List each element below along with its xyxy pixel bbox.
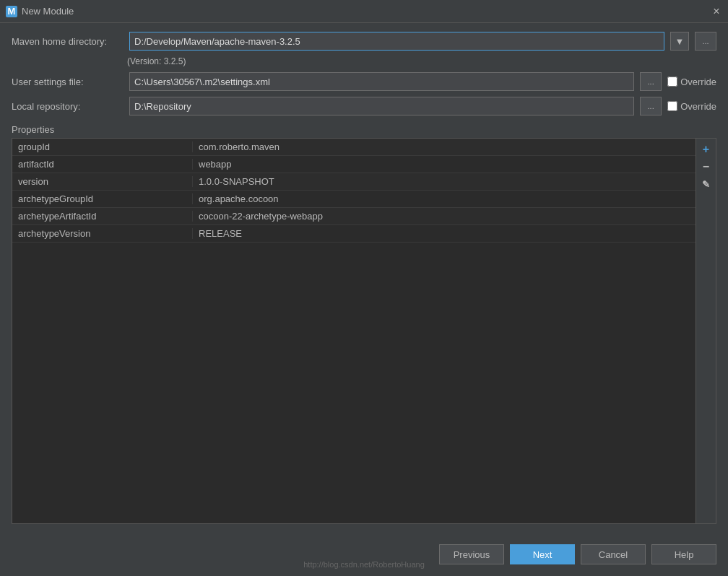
table-row[interactable]: artifactId webapp [12,156,696,173]
dialog-footer: Previous Next Cancel Help [0,533,728,576]
dialog-content: Maven home directory: ▼ ... (Version: 3.… [0,23,728,533]
maven-home-label: Maven home directory: [12,36,124,47]
dialog-title: New Module [22,6,711,17]
prop-key: artifactId [12,159,193,170]
user-settings-override-label: Override [680,77,716,87]
user-settings-label: User settings file: [12,77,124,87]
prop-key: groupId [12,141,193,152]
previous-button[interactable]: Previous [439,544,504,564]
prop-key: archetypeArtifactId [12,211,193,222]
maven-home-browse[interactable]: ... [695,32,716,51]
next-button[interactable]: Next [510,544,575,564]
add-property-button[interactable]: + [698,141,714,157]
local-repo-override-label: Override [680,101,716,112]
title-bar: M New Module × [0,0,728,23]
properties-table: groupId com.roberto.maven artifactId web… [12,139,696,523]
maven-home-dropdown[interactable]: ▼ [670,32,689,51]
local-repo-input[interactable] [129,97,634,115]
maven-home-input[interactable] [129,32,664,51]
local-repo-row: Local repository: ... Override [12,97,716,115]
prop-value: RELEASE [193,228,696,239]
local-repo-override-checkbox[interactable] [667,101,677,111]
table-row[interactable]: archetypeGroupId org.apache.cocoon [12,191,696,208]
prop-value: org.apache.cocoon [193,193,696,204]
local-repo-label: Local repository: [12,101,124,112]
help-button[interactable]: Help [651,544,716,564]
new-module-dialog: M New Module × Maven home directory: ▼ .… [0,0,728,576]
cancel-button[interactable]: Cancel [581,544,646,564]
table-row[interactable]: version 1.0.0-SNAPSHOT [12,173,696,191]
prop-value: 1.0.0-SNAPSHOT [193,176,696,187]
properties-container: groupId com.roberto.maven artifactId web… [12,138,716,524]
prop-value: webapp [193,159,696,170]
user-settings-override-checkbox[interactable] [667,77,677,87]
prop-key: archetypeGroupId [12,193,193,204]
table-row[interactable]: groupId com.roberto.maven [12,139,696,156]
table-row[interactable]: archetypeVersion RELEASE [12,225,696,243]
prop-value: com.roberto.maven [193,141,696,152]
maven-version-text: (Version: 3.2.5) [12,56,716,66]
remove-property-button[interactable]: − [698,159,714,175]
app-icon: M [6,6,17,17]
prop-value: cocoon-22-archetype-webapp [193,211,696,222]
table-row[interactable]: archetypeArtifactId cocoon-22-archetype-… [12,208,696,225]
user-settings-row: User settings file: ... Override [12,72,716,91]
maven-home-row: Maven home directory: ▼ ... [12,32,716,51]
edit-property-button[interactable]: ✎ [698,176,714,192]
user-settings-input[interactable] [129,72,634,91]
close-button[interactable]: × [711,6,722,17]
properties-section: Properties groupId com.roberto.maven art… [12,124,716,524]
prop-key: version [12,176,193,187]
local-repo-override-container: Override [667,101,716,112]
user-settings-browse[interactable]: ... [640,72,662,91]
local-repo-browse[interactable]: ... [640,97,662,115]
prop-key: archetypeVersion [12,228,193,239]
properties-sidebar: + − ✎ [696,139,716,523]
properties-header: Properties [12,124,716,135]
user-settings-override-container: Override [667,77,716,87]
